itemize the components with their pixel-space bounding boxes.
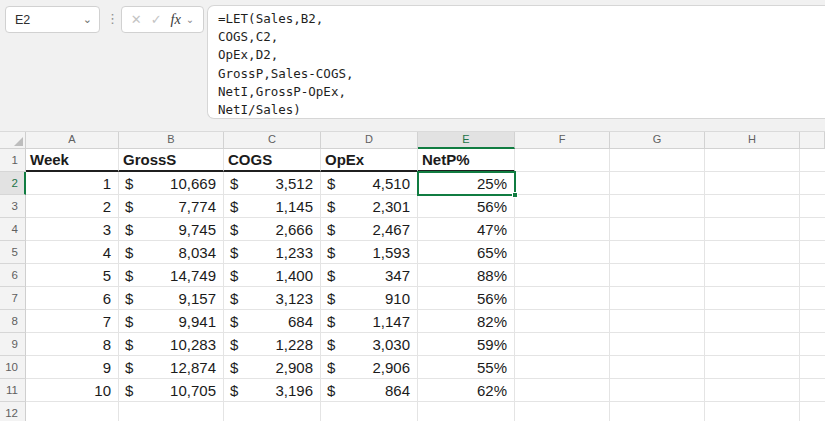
cell-cogs[interactable]: $ 2,666 — [224, 218, 321, 241]
cell-opex[interactable]: $ 2,301 — [321, 195, 418, 218]
cell-header-week[interactable]: Week — [26, 149, 119, 172]
column-header-e-selected[interactable]: E — [418, 132, 515, 149]
cell-week[interactable]: 2 — [26, 195, 119, 218]
cell-gross-sales[interactable]: $ 12,874 — [119, 356, 224, 379]
cell-opex[interactable]: $ 1,147 — [321, 310, 418, 333]
cell-empty[interactable] — [705, 241, 800, 264]
cell-empty[interactable] — [705, 218, 800, 241]
cell-empty[interactable] — [705, 287, 800, 310]
column-header-d[interactable]: D — [321, 132, 418, 149]
cell-empty[interactable] — [610, 356, 705, 379]
cell-empty[interactable] — [800, 402, 825, 421]
cell-empty[interactable] — [800, 149, 825, 172]
cell-net-profit-pct[interactable]: 47% — [418, 218, 515, 241]
cell-empty[interactable] — [610, 287, 705, 310]
cell-empty[interactable] — [515, 310, 610, 333]
row-number[interactable]: 8 — [0, 310, 26, 333]
cell-header-cogs[interactable]: COGS — [224, 149, 321, 172]
cancel-icon[interactable]: ✕ — [131, 12, 142, 27]
cell-week[interactable]: 1 — [26, 172, 119, 195]
cell-opex[interactable]: $ 2,906 — [321, 356, 418, 379]
cell-cogs[interactable]: $ 3,512 — [224, 172, 321, 195]
cell-empty[interactable] — [610, 333, 705, 356]
cell-empty[interactable] — [610, 402, 705, 421]
row-number[interactable]: 4 — [0, 218, 26, 241]
cell-cogs[interactable]: $ 1,400 — [224, 264, 321, 287]
cell-empty[interactable] — [705, 195, 800, 218]
column-header-a[interactable]: A — [26, 132, 119, 149]
cell-empty[interactable] — [515, 333, 610, 356]
cell-empty[interactable] — [515, 172, 610, 195]
cell-gross-sales[interactable]: $ 7,774 — [119, 195, 224, 218]
cell-empty[interactable] — [705, 333, 800, 356]
cell-opex[interactable]: $ 4,510 — [321, 172, 418, 195]
cell-net-profit-pct[interactable]: 62% — [418, 379, 515, 402]
cell-empty[interactable] — [224, 402, 321, 421]
cell-empty[interactable] — [800, 172, 825, 195]
cell-empty[interactable] — [705, 264, 800, 287]
cell-empty[interactable] — [515, 264, 610, 287]
cell-empty[interactable] — [26, 402, 119, 421]
cell-cogs[interactable]: $ 3,123 — [224, 287, 321, 310]
row-number[interactable]: 11 — [0, 379, 26, 402]
cell-net-profit-pct[interactable]: 55% — [418, 356, 515, 379]
cell-empty[interactable] — [705, 356, 800, 379]
cell-gross-sales[interactable]: $ 14,749 — [119, 264, 224, 287]
cell-empty[interactable] — [515, 149, 610, 172]
column-header-partial[interactable] — [800, 132, 825, 149]
column-header-c[interactable]: C — [224, 132, 321, 149]
cell-gross-sales[interactable]: $ 9,941 — [119, 310, 224, 333]
cell-empty[interactable] — [610, 195, 705, 218]
cell-net-profit-pct[interactable]: 56% — [418, 287, 515, 310]
enter-icon[interactable]: ✓ — [151, 12, 162, 27]
cell-gross-sales[interactable]: $ 10,705 — [119, 379, 224, 402]
cell-week[interactable]: 9 — [26, 356, 119, 379]
cell-empty[interactable] — [705, 402, 800, 421]
insert-function-icon[interactable]: fx — [170, 11, 180, 28]
cell-week[interactable]: 5 — [26, 264, 119, 287]
column-header-g[interactable]: G — [610, 132, 705, 149]
column-header-f[interactable]: F — [515, 132, 610, 149]
cell-header-net-profit-pct[interactable]: NetP% — [418, 149, 515, 172]
column-header-h[interactable]: H — [705, 132, 800, 149]
cell-header-opex[interactable]: OpEx — [321, 149, 418, 172]
cell-opex[interactable]: $ 910 — [321, 287, 418, 310]
formula-input[interactable]: =LET(Sales,B2, COGS,C2, OpEx,D2, GrossP,… — [207, 5, 825, 119]
cell-cogs[interactable]: $ 684 — [224, 310, 321, 333]
cell-week[interactable]: 7 — [26, 310, 119, 333]
cell-empty[interactable] — [610, 172, 705, 195]
cell-gross-sales[interactable]: $ 10,283 — [119, 333, 224, 356]
cell-opex[interactable]: $ 864 — [321, 379, 418, 402]
cell-opex[interactable]: $ 2,467 — [321, 218, 418, 241]
cell-empty[interactable] — [800, 241, 825, 264]
cell-cogs[interactable]: $ 2,908 — [224, 356, 321, 379]
cell-empty[interactable] — [515, 356, 610, 379]
cell-gross-sales[interactable]: $ 10,669 — [119, 172, 224, 195]
cell-net-profit-pct[interactable]: 56% — [418, 195, 515, 218]
cell-net-profit-pct[interactable]: 65% — [418, 241, 515, 264]
row-number[interactable]: 9 — [0, 333, 26, 356]
row-number[interactable]: 12 — [0, 402, 26, 421]
chevron-down-icon[interactable]: ⌄ — [186, 14, 194, 25]
row-number[interactable]: 7 — [0, 287, 26, 310]
cell-empty[interactable] — [800, 218, 825, 241]
chevron-down-icon[interactable]: ⌄ — [83, 14, 92, 25]
cell-empty[interactable] — [705, 149, 800, 172]
cell-empty[interactable] — [800, 264, 825, 287]
row-number[interactable]: 3 — [0, 195, 26, 218]
cell-empty[interactable] — [610, 264, 705, 287]
cell-opex[interactable]: $ 347 — [321, 264, 418, 287]
cell-week[interactable]: 3 — [26, 218, 119, 241]
cell-cogs[interactable]: $ 1,145 — [224, 195, 321, 218]
cell-empty[interactable] — [800, 310, 825, 333]
cell-week[interactable]: 8 — [26, 333, 119, 356]
cell-empty[interactable] — [515, 287, 610, 310]
cell-empty[interactable] — [515, 379, 610, 402]
name-box[interactable]: E2 ⌄ — [5, 6, 100, 33]
cell-empty[interactable] — [515, 218, 610, 241]
cell-empty[interactable] — [705, 310, 800, 333]
cell-gross-sales[interactable]: $ 9,745 — [119, 218, 224, 241]
cell-week[interactable]: 6 — [26, 287, 119, 310]
cell-empty[interactable] — [610, 310, 705, 333]
cell-empty[interactable] — [119, 402, 224, 421]
